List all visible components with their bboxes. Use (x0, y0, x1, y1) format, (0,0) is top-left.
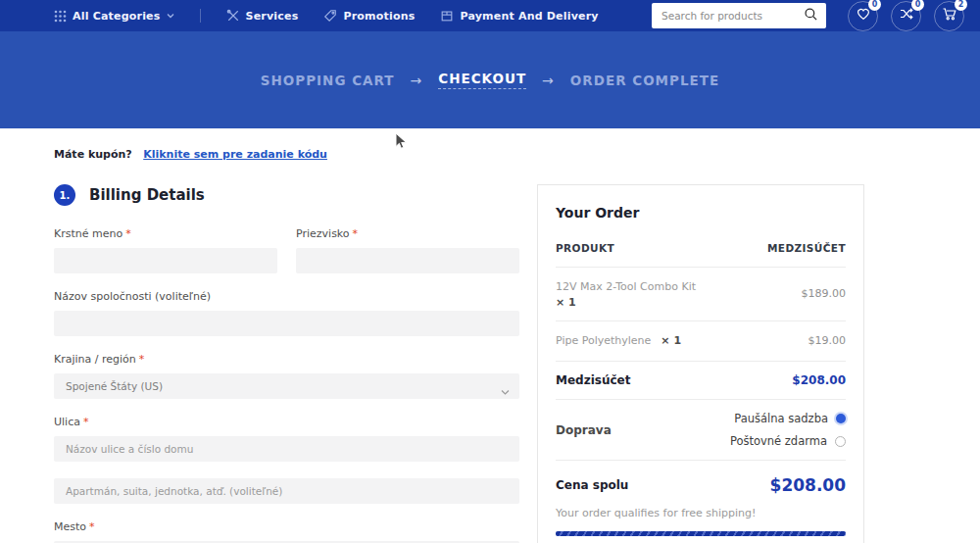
item-price: $189.00 (802, 287, 847, 300)
subtotal-row: Medzisúčet $208.00 (556, 362, 846, 400)
billing-title: Billing Details (89, 186, 205, 204)
nav-payment-delivery-label: Payment And Delivery (460, 10, 598, 23)
city-label: Mesto* (54, 520, 519, 533)
subtotal-value: $208.00 (792, 373, 846, 387)
compare-button[interactable]: 0 (891, 1, 921, 31)
grid-icon (54, 10, 67, 23)
top-bar: All Categories Services Promotions (0, 0, 980, 31)
breadcrumb-order-complete[interactable]: ORDER COMPLETE (570, 73, 719, 88)
street-label: Ulica* (54, 416, 519, 428)
city-group: Mesto* (54, 520, 519, 543)
breadcrumb-shopping-cart[interactable]: SHOPPING CART (261, 73, 395, 88)
cart-count-badge: 2 (955, 0, 967, 11)
billing-form: 1. Billing Details Krstné meno* Priezvis… (54, 184, 519, 543)
total-label: Cena spolu (556, 478, 628, 492)
street-field[interactable] (54, 436, 519, 462)
search-input[interactable] (662, 10, 804, 22)
cart-icon (942, 6, 957, 25)
order-item-row: 12V Max 2-Tool Combo Kit × 1 $189.00 (556, 268, 846, 321)
top-navigation: All Categories Services Promotions (54, 9, 652, 23)
nav-payment-delivery[interactable]: Payment And Delivery (440, 9, 598, 23)
last-name-group: Priezvisko* (296, 227, 519, 273)
total-row: Cena spolu $208.00 (556, 461, 846, 503)
tools-icon (226, 9, 240, 23)
billing-header: 1. Billing Details (54, 184, 519, 206)
subtotal-column-header: MEDZISÚČET (767, 242, 846, 254)
required-mark: * (125, 227, 131, 240)
last-name-label: Priezvisko* (296, 227, 519, 240)
coupon-row: Máte kupón? Kliknite sem pre zadanie kód… (54, 148, 980, 161)
header-action-buttons: 0 0 2 (848, 1, 964, 31)
nav-all-categories[interactable]: All Categories (54, 10, 174, 23)
street-group: Ulica* (54, 416, 519, 462)
compare-count-badge: 0 (911, 0, 924, 11)
item-price: $19.00 (808, 334, 847, 347)
radio-selected-icon[interactable] (836, 414, 846, 423)
arrow-right-icon: → (542, 73, 555, 88)
nav-promotions[interactable]: Promotions (323, 9, 415, 23)
street2-group (54, 478, 519, 504)
order-summary-card: Your Order PRODUKT MEDZISÚČET 12V Max 2-… (537, 184, 864, 543)
required-mark: * (353, 227, 359, 240)
cart-button[interactable]: 2 (934, 1, 964, 31)
nav-all-categories-label: All Categories (73, 10, 161, 23)
nav-services-label: Services (246, 10, 299, 23)
chevron-down-icon (167, 13, 174, 19)
shipping-label: Doprava (556, 423, 612, 437)
arrow-right-icon: → (411, 73, 423, 88)
required-mark: * (139, 353, 145, 366)
required-mark: * (89, 520, 95, 533)
first-name-label: Krstné meno* (54, 227, 277, 240)
last-name-field[interactable] (296, 248, 519, 273)
breadcrumb: SHOPPING CART → CHECKOUT → ORDER COMPLET… (261, 71, 719, 89)
coupon-link[interactable]: Kliknite sem pre zadanie kódu (143, 148, 327, 161)
country-group: Krajina / región* Spojené Štáty (US) (54, 353, 519, 399)
shuffle-icon (899, 6, 914, 25)
heart-icon (856, 6, 871, 25)
product-column-header: PRODUKT (556, 242, 614, 254)
nav-services[interactable]: Services (226, 9, 299, 23)
country-label: Krajina / región* (54, 353, 519, 366)
nav-divider (200, 9, 201, 23)
first-name-field[interactable] (54, 248, 277, 273)
company-field[interactable] (54, 311, 519, 336)
first-name-group: Krstné meno* (54, 227, 277, 273)
tag-icon (323, 9, 337, 23)
order-item-row: Pipe Polyethylene × 1 $19.00 (556, 321, 846, 363)
order-title: Your Order (556, 205, 846, 221)
required-mark: * (83, 416, 89, 428)
wishlist-button[interactable]: 0 (848, 1, 878, 31)
shipping-option-label: Paušálna sadzba (734, 412, 828, 425)
shipping-option-free[interactable]: Poštovné zdarma (730, 434, 846, 448)
street2-field[interactable] (54, 478, 519, 504)
order-table-header: PRODUKT MEDZISÚČET (556, 242, 846, 268)
search-box (652, 3, 826, 28)
company-group: Názov spoločnosti (voliteľné) (54, 290, 519, 336)
radio-unselected-icon[interactable] (835, 436, 846, 447)
chevron-down-icon (501, 381, 510, 400)
item-quantity: × 1 (661, 334, 681, 347)
breadcrumb-checkout: CHECKOUT (438, 71, 526, 89)
nav-promotions-label: Promotions (343, 10, 415, 23)
box-icon (440, 9, 454, 23)
country-select[interactable]: Spojené Štáty (US) (54, 373, 519, 399)
checkout-content: Máte kupón? Kliknite sem pre zadanie kód… (0, 128, 980, 543)
shipping-option-flat-rate[interactable]: Paušálna sadzba (734, 412, 846, 425)
company-label: Názov spoločnosti (voliteľné) (54, 290, 519, 303)
free-shipping-progress-bar (556, 531, 846, 536)
item-name: 12V Max 2-Tool Combo Kit (556, 279, 696, 296)
shipping-option-label: Poštovné zdarma (730, 434, 827, 448)
step-number-badge: 1. (54, 184, 75, 206)
checkout-hero: SHOPPING CART → CHECKOUT → ORDER COMPLET… (0, 31, 980, 128)
subtotal-label: Medzisúčet (556, 373, 630, 387)
shipping-row: Doprava Paušálna sadzba Poštovné zdarma (556, 400, 846, 461)
search-icon[interactable] (804, 7, 818, 25)
item-quantity: × 1 (556, 296, 696, 309)
coupon-question: Máte kupón? (54, 148, 132, 161)
free-shipping-note: Your order qualifies for free shipping! (556, 507, 846, 519)
shipping-options: Paušálna sadzba Poštovné zdarma (730, 412, 846, 448)
total-value: $208.00 (770, 475, 846, 495)
item-name: Pipe Polyethylene (556, 333, 651, 350)
wishlist-count-badge: 0 (868, 0, 881, 11)
